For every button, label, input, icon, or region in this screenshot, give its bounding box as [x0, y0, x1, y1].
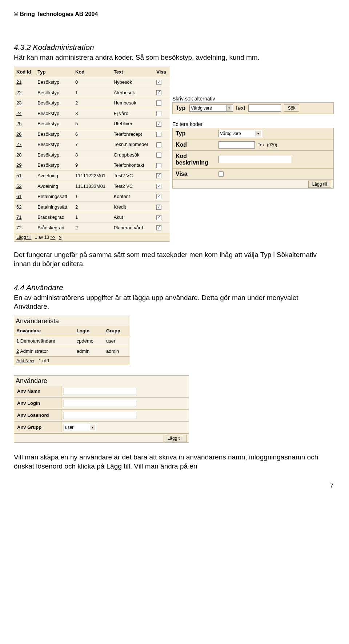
- visa-checkbox[interactable]: [156, 122, 161, 127]
- search-button[interactable]: Sök: [284, 104, 300, 112]
- section-intro-44: En av administratörens uppgifter är att …: [14, 293, 335, 311]
- visa-checkbox[interactable]: [156, 225, 161, 230]
- table-row: 29Besökstyp9Telefonkontakt: [14, 160, 170, 171]
- visa-checkbox[interactable]: [156, 100, 161, 106]
- table-row: 24Besökstyp3Ej vård: [14, 108, 170, 119]
- table-row: 71Brådskegrad1Akut: [14, 212, 170, 223]
- visa-checkbox[interactable]: [156, 205, 161, 210]
- chevron-down-icon: ▾: [226, 105, 232, 111]
- user-list-footer: Add New 1 of 1: [14, 356, 130, 365]
- user-id-link[interactable]: 2: [16, 348, 19, 354]
- edit-panel: Editera koder Typ Vårdgivare▾ Kod Tex. (…: [172, 121, 334, 189]
- anv-losen-input[interactable]: [64, 412, 136, 419]
- user-page-indicator: 1 of 1: [39, 358, 49, 363]
- table-row: 27Besökstyp7Tekn.hjälpmedel: [14, 139, 170, 150]
- edit-kod-input[interactable]: [218, 141, 255, 149]
- section-intro-432: Här kan man administrera andra koder. Så…: [14, 53, 335, 62]
- user-list-region: Användarelista AnvändareLoginGrupp 1 Dem…: [14, 316, 130, 365]
- code-id-link[interactable]: 52: [16, 183, 21, 189]
- search-text-input[interactable]: [248, 104, 281, 112]
- chevron-down-icon: ▾: [90, 424, 95, 430]
- search-panel: Skriv sök alternativ Typ Vårdgivare▾ tex…: [172, 96, 334, 114]
- paragraph-after-codes: Det fungerar ungefär på samma sätt som m…: [14, 250, 335, 268]
- add-code-link[interactable]: Lägg till: [16, 235, 31, 240]
- edit-kodbesk-input[interactable]: [218, 156, 291, 163]
- visa-checkbox[interactable]: [156, 111, 161, 116]
- table-row: 2 Administratoradminadmin: [14, 346, 130, 356]
- table-header: Login: [75, 326, 104, 336]
- table-header: Visa: [154, 67, 170, 77]
- edit-visa-label: Visa: [173, 169, 216, 179]
- user-form-title: Användare: [14, 376, 189, 385]
- table-header: Kod: [73, 67, 112, 77]
- code-id-link[interactable]: 24: [16, 111, 21, 116]
- code-id-link[interactable]: 29: [16, 162, 21, 168]
- user-list-title: Användarelista: [14, 316, 130, 325]
- side-panels: Skriv sök alternativ Typ Vårdgivare▾ tex…: [172, 67, 334, 242]
- code-table-footer: Lägg till 1 av 13 >> >|: [14, 233, 170, 241]
- anv-grupp-select[interactable]: user▾: [64, 424, 96, 431]
- table-row: 62Betalningssätt2Kredit: [14, 202, 170, 212]
- edit-kod-hint: Tex. (030): [258, 142, 277, 147]
- next-page-link[interactable]: >>: [50, 235, 55, 240]
- table-row: 22Besökstyp1Återbesök: [14, 87, 170, 98]
- last-page-link[interactable]: >|: [59, 235, 63, 240]
- anv-namn-input[interactable]: [64, 388, 136, 395]
- table-row: 52Avdelning11111333M01Test2 VC: [14, 181, 170, 191]
- search-typ-label: Typ: [173, 103, 187, 114]
- code-id-link[interactable]: 26: [16, 131, 21, 137]
- visa-checkbox[interactable]: [156, 173, 161, 178]
- table-row: 1 Demoanvändarecpdemouser: [14, 336, 130, 346]
- table-header: Grupp: [104, 326, 130, 336]
- user-add-button[interactable]: Lägg till: [164, 435, 186, 442]
- add-user-link[interactable]: Add New: [16, 358, 34, 363]
- code-id-link[interactable]: 23: [16, 100, 21, 106]
- visa-checkbox[interactable]: [156, 194, 161, 199]
- search-typ-select[interactable]: Vårdgivare▾: [189, 104, 233, 112]
- edit-panel-title: Editera koder: [172, 121, 334, 127]
- table-row: 23Besökstyp2Hembesök: [14, 98, 170, 108]
- search-text-label: text: [236, 105, 245, 111]
- table-row: 25Besökstyp5Utebliven: [14, 118, 170, 129]
- visa-checkbox[interactable]: [156, 184, 161, 189]
- code-id-link[interactable]: 21: [16, 79, 21, 85]
- user-list-table: AnvändareLoginGrupp 1 Demoanvändarecpdem…: [14, 326, 130, 356]
- user-form-region: Användare Anv Namn Anv Login Anv Lösenor…: [14, 375, 189, 443]
- anv-login-input[interactable]: [64, 400, 136, 407]
- copyright-line: © Bring Technologies AB 2004: [14, 11, 335, 17]
- table-header: Användare: [14, 326, 75, 336]
- edit-visa-checkbox[interactable]: [218, 171, 224, 177]
- visa-checkbox[interactable]: [156, 215, 161, 220]
- code-table: Kod IdTypKodTextVisa 21Besökstyp0Nybesök…: [14, 67, 170, 233]
- user-id-link[interactable]: 1: [16, 338, 19, 344]
- code-id-link[interactable]: 25: [16, 121, 21, 126]
- edit-kod-label: Kod: [173, 139, 216, 150]
- code-id-link[interactable]: 61: [16, 194, 21, 199]
- code-id-link[interactable]: 71: [16, 214, 21, 220]
- code-id-link[interactable]: 27: [16, 142, 21, 147]
- edit-add-button[interactable]: Lägg till: [308, 181, 331, 188]
- table-header: Kod Id: [14, 67, 35, 77]
- table-row: 26Besökstyp6Telefonrecept: [14, 129, 170, 139]
- table-header: Typ: [35, 67, 73, 77]
- table-row: 28Besökstyp8Gruppbesök: [14, 150, 170, 160]
- visa-checkbox[interactable]: [156, 142, 161, 147]
- code-id-link[interactable]: 22: [16, 90, 21, 95]
- visa-checkbox[interactable]: [156, 153, 161, 158]
- edit-typ-select[interactable]: Vårdgivare▾: [218, 130, 262, 137]
- visa-checkbox[interactable]: [156, 80, 161, 85]
- code-id-link[interactable]: 28: [16, 152, 21, 158]
- code-id-link[interactable]: 62: [16, 204, 21, 210]
- edit-kodbesk-label: Kod beskrivning: [173, 151, 216, 168]
- section-heading-432: 4.3.2 Kodadministration: [14, 43, 335, 52]
- table-header: Text: [112, 67, 155, 77]
- visa-checkbox[interactable]: [156, 90, 161, 95]
- code-id-link[interactable]: 51: [16, 173, 21, 178]
- visa-checkbox[interactable]: [156, 132, 161, 137]
- page-number: 7: [14, 482, 335, 489]
- visa-checkbox[interactable]: [156, 163, 161, 168]
- anv-grupp-label: Anv Grupp: [14, 422, 61, 432]
- edit-typ-label: Typ: [173, 128, 216, 139]
- code-id-link[interactable]: 72: [16, 225, 21, 230]
- code-page-indicator: 1 av 13: [35, 235, 49, 240]
